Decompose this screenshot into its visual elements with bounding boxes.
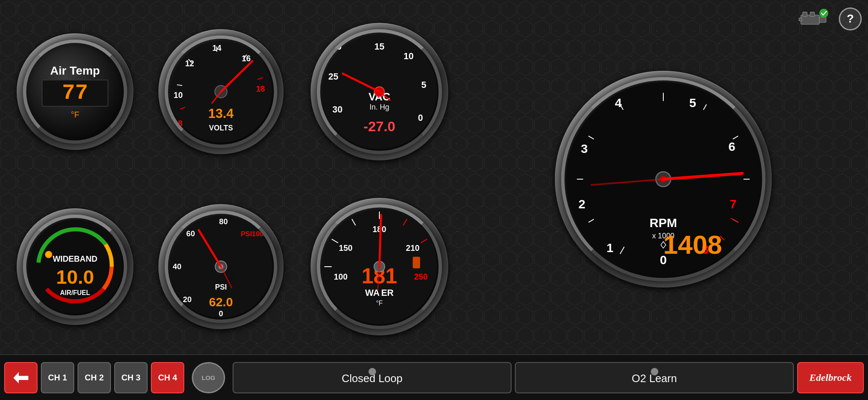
vac-gauge-container: 15 10 5 0 20 25 30 VAC In. Hg -27.0 <box>300 8 459 175</box>
svg-text:12: 12 <box>185 59 194 68</box>
water-gauge-container: 100 150 180 210 250 WA ER <box>300 183 459 350</box>
air-temp-display: 77 <box>42 80 108 107</box>
air-temp-gauge-container: Air Temp 77 °F <box>8 8 142 175</box>
wideband-gauge-container: WIDEBAND 10.0 AIR/FUEL <box>8 183 142 350</box>
volts-gauge-container: 8 10 12 14 16 18 13.4 <box>150 8 292 175</box>
vac-gauge: 15 10 5 0 20 25 30 VAC In. Hg -27.0 <box>317 29 442 154</box>
svg-text:PSI: PSI <box>215 283 227 291</box>
svg-text:80: 80 <box>219 217 228 226</box>
svg-marker-106 <box>13 372 28 383</box>
air-temp-gauge: Air Temp 77 °F <box>23 40 127 144</box>
svg-text:0: 0 <box>219 309 223 318</box>
svg-text:8: 8 <box>178 119 183 128</box>
air-temp-gauge-outer: Air Temp 77 °F <box>17 33 133 150</box>
svg-text:3: 3 <box>581 142 588 155</box>
volts-svg: 8 10 12 14 16 18 13.4 <box>168 38 274 146</box>
wideband-gauge-outer: WIDEBAND 10.0 AIR/FUEL <box>17 208 133 325</box>
ch4-button[interactable]: CH 4 <box>151 362 184 393</box>
svg-rect-105 <box>413 257 420 268</box>
log-button[interactable]: LOG <box>192 362 225 393</box>
svg-text:5: 5 <box>689 96 696 110</box>
svg-text:14: 14 <box>212 43 221 52</box>
ch1-button[interactable]: CH 1 <box>41 362 74 393</box>
svg-text:18: 18 <box>256 84 265 93</box>
svg-text:5: 5 <box>421 80 426 90</box>
svg-text:PSI100: PSI100 <box>241 230 263 238</box>
svg-text:210: 210 <box>406 243 419 252</box>
svg-text:In. Hg: In. Hg <box>369 103 389 111</box>
ch2-button[interactable]: CH 2 <box>78 362 111 393</box>
rpm-svg: 0 1 2 3 4 5 6 7 8 <box>564 80 762 279</box>
closed-loop-indicator <box>369 368 376 375</box>
svg-text:20: 20 <box>331 41 341 52</box>
svg-text:150: 150 <box>339 243 353 252</box>
o2-learn-indicator <box>651 368 658 375</box>
psi-gauge-outer: 0 20 40 60 80 PSI100 PSI 62.0 <box>158 204 283 329</box>
svg-text:°F: °F <box>376 300 383 307</box>
svg-text:7: 7 <box>730 197 737 211</box>
svg-text:10.0: 10.0 <box>56 266 94 288</box>
air-temp-unit: °F <box>71 110 79 120</box>
psi-gauge-container: 0 20 40 60 80 PSI100 PSI 62.0 <box>150 183 292 350</box>
svg-text:0: 0 <box>418 112 423 123</box>
air-temp-label: Air Temp <box>50 64 100 78</box>
svg-text:62.0: 62.0 <box>209 295 233 309</box>
svg-text:25: 25 <box>328 71 338 82</box>
svg-text:13.4: 13.4 <box>208 107 234 121</box>
closed-loop-button[interactable]: Closed Loop <box>233 362 512 393</box>
svg-text:60: 60 <box>186 229 195 238</box>
psi-gauge: 0 20 40 60 80 PSI100 PSI 62.0 <box>165 210 277 323</box>
back-button[interactable] <box>4 362 38 393</box>
water-svg: 100 150 180 210 250 WA ER <box>320 207 439 327</box>
svg-text:1408: 1408 <box>663 230 722 259</box>
svg-text:1: 1 <box>607 241 614 255</box>
o2-learn-button[interactable]: O2 Learn <box>515 362 794 393</box>
volts-gauge-outer: 8 10 12 14 16 18 13.4 <box>158 29 283 154</box>
svg-text:180: 180 <box>373 225 386 234</box>
air-temp-value: 77 <box>62 81 88 105</box>
water-gauge: 100 150 180 210 250 WA ER <box>317 204 442 329</box>
svg-text:4: 4 <box>615 96 622 110</box>
wideband-svg: WIDEBAND 10.0 AIR/FUEL <box>26 217 124 317</box>
svg-text:15: 15 <box>374 41 384 52</box>
svg-text:100: 100 <box>334 272 348 281</box>
svg-text:10: 10 <box>404 51 414 61</box>
svg-text:RPM: RPM <box>650 216 677 230</box>
svg-text:30: 30 <box>332 104 342 115</box>
svg-text:2: 2 <box>578 197 585 211</box>
svg-text:VOLTS: VOLTS <box>209 124 233 132</box>
edelbrock-label: Edelbrock <box>809 372 851 383</box>
svg-text:6: 6 <box>728 140 735 153</box>
svg-text:16: 16 <box>242 54 251 63</box>
rpm-gauge-outer: 0 1 2 3 4 5 6 7 8 <box>555 71 772 288</box>
vac-gauge-outer: 15 10 5 0 20 25 30 VAC In. Hg -27.0 <box>311 23 448 160</box>
rpm-gauge: 0 1 2 3 4 5 6 7 8 <box>561 77 765 281</box>
svg-text:-27.0: -27.0 <box>364 119 395 134</box>
bottom-bar: CH 1 CH 2 CH 3 CH 4 LOG Closed Loop O2 L… <box>0 354 868 400</box>
svg-text:40: 40 <box>173 262 181 271</box>
wideband-gauge: WIDEBAND 10.0 AIR/FUEL <box>23 215 127 319</box>
volts-gauge: 8 10 12 14 16 18 13.4 <box>165 35 277 148</box>
log-label: LOG <box>202 374 216 381</box>
svg-text:10: 10 <box>174 90 183 100</box>
svg-point-70 <box>45 251 52 258</box>
rpm-gauge-container: 0 1 2 3 4 5 6 7 8 <box>467 8 860 350</box>
edelbrock-button[interactable]: Edelbrock <box>797 362 864 393</box>
svg-text:20: 20 <box>183 295 192 304</box>
vac-svg: 15 10 5 0 20 25 30 VAC In. Hg -27.0 <box>320 32 439 152</box>
gauges-area: Air Temp 77 °F <box>0 0 868 354</box>
svg-text:WA ER: WA ER <box>365 288 394 298</box>
psi-svg: 0 20 40 60 80 PSI100 PSI 62.0 <box>168 213 274 320</box>
ch3-button[interactable]: CH 3 <box>114 362 148 393</box>
svg-text:AIR/FUEL: AIR/FUEL <box>60 289 90 296</box>
water-gauge-outer: 100 150 180 210 250 WA ER <box>311 198 448 335</box>
svg-text:WIDEBAND: WIDEBAND <box>53 254 97 263</box>
svg-text:250: 250 <box>414 272 428 281</box>
